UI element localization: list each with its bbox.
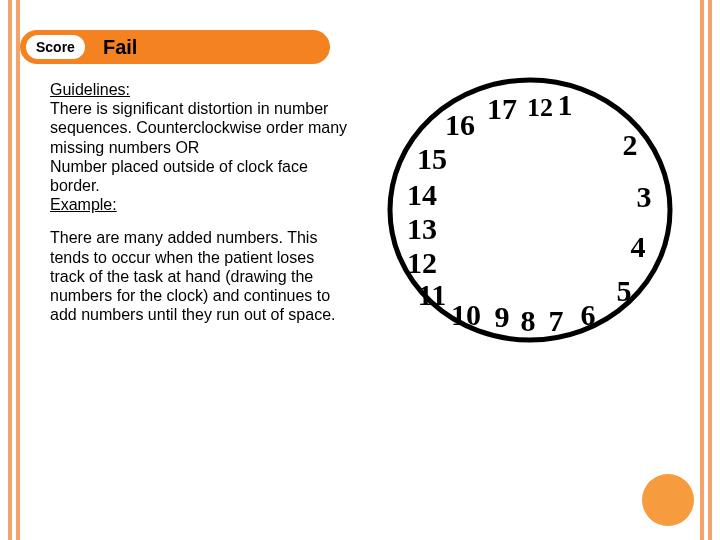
clock-number: 17 <box>487 92 517 125</box>
example-label: Example: <box>50 196 117 213</box>
clock-number: 12 <box>407 246 437 279</box>
guidelines-heading: Guidelines: <box>50 81 130 98</box>
score-label: Score <box>26 35 85 59</box>
clock-number: 2 <box>623 128 638 161</box>
clock-drawing: 1 2 3 4 5 6 7 8 9 10 11 12 13 14 15 16 1… <box>380 70 680 350</box>
decor-stripe <box>16 0 20 540</box>
clock-number: 16 <box>445 108 475 141</box>
decor-stripe <box>708 0 712 540</box>
clock-number: 9 <box>495 300 510 333</box>
clock-number: 10 <box>451 298 481 331</box>
decor-stripe <box>700 0 704 540</box>
score-result: Fail <box>103 36 137 59</box>
clock-number: 11 <box>418 278 446 311</box>
decor-stripe <box>8 0 12 540</box>
clock-number: 15 <box>417 142 447 175</box>
guidelines-body2: Number placed outside of clock face bord… <box>50 158 308 194</box>
clock-number: 8 <box>521 304 536 337</box>
clock-number: 6 <box>581 298 596 331</box>
content-block: Guidelines: There is significant distort… <box>50 80 350 338</box>
clock-number: 14 <box>407 178 437 211</box>
clock-number: 13 <box>407 212 437 245</box>
decor-bubble <box>642 474 694 526</box>
guidelines-body: There is significant distortion in numbe… <box>50 100 347 155</box>
score-bar: Score Fail <box>20 30 330 64</box>
clock-number: 5 <box>617 274 632 307</box>
clock-number: 1 <box>558 88 573 121</box>
clock-number: 7 <box>549 304 564 337</box>
clock-number: 3 <box>637 180 652 213</box>
clock-number-redundant: 12 <box>527 93 553 122</box>
example-paragraph: There are many added numbers. This tends… <box>50 228 350 324</box>
clock-number: 4 <box>631 230 646 263</box>
